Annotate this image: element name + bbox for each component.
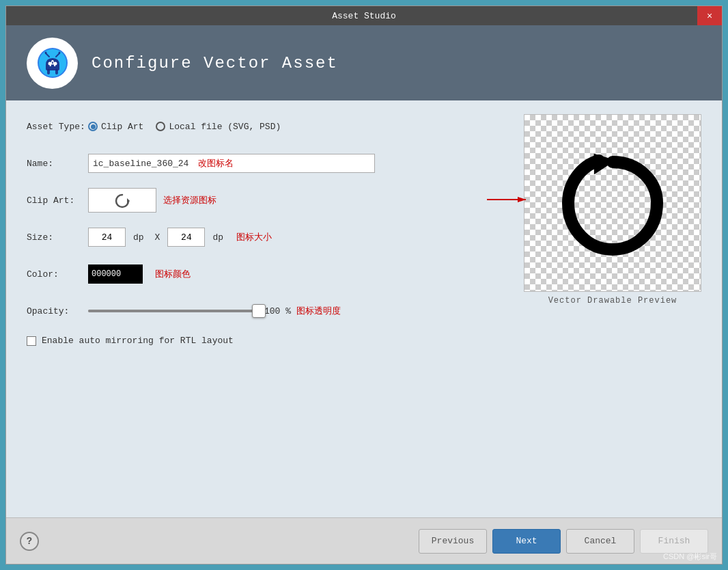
size-height-input[interactable]: 24 [167, 228, 205, 247]
asset-type-row: Asset Type: Clip Art Local file (SVG, PS… [27, 114, 510, 139]
name-input-wrapper[interactable]: ic_baseline_360_24 改图标名 [88, 154, 375, 173]
content-area: Asset Type: Clip Art Local file (SVG, PS… [6, 100, 722, 517]
color-row: Color: 000000 图标颜色 [27, 262, 510, 286]
footer-right: Previous Next Cancel Finish [419, 529, 708, 554]
radio-local-file[interactable]: Local file (SVG, PSD) [156, 122, 281, 132]
footer-left: ? [20, 532, 39, 551]
app-logo: A [27, 38, 78, 89]
radio-clip-art-label: Clip Art [101, 122, 143, 132]
close-button[interactable]: × [697, 6, 722, 25]
color-annotation: 图标颜色 [155, 268, 191, 280]
size-label: Size: [27, 232, 88, 243]
page-title: Configure Vector Asset [92, 54, 338, 72]
svg-text:A: A [49, 58, 56, 68]
opacity-slider-wrapper: 100 % 图标透明度 [88, 305, 341, 317]
radio-local-file-circle [156, 122, 165, 131]
svg-point-8 [44, 52, 46, 54]
radio-clip-art[interactable]: Clip Art [88, 122, 143, 132]
clip-art-icon [112, 191, 132, 210]
footer: ? Previous Next Cancel Finish [6, 517, 722, 564]
preview-box [524, 114, 701, 292]
previous-button[interactable]: Previous [419, 529, 487, 554]
arrow-icon [484, 189, 531, 210]
form-area: Asset Type: Clip Art Local file (SVG, PS… [27, 114, 701, 504]
name-label: Name: [27, 159, 88, 169]
size-x-separator: X [155, 232, 160, 243]
opacity-value: 100 % [264, 306, 291, 316]
name-input-value: ic_baseline_360_24 [93, 159, 188, 169]
android-studio-icon: A [36, 46, 70, 80]
size-height-value: 24 [181, 232, 192, 243]
size-width-value: 24 [102, 232, 113, 243]
rtl-checkbox[interactable] [27, 336, 36, 346]
radio-local-file-label: Local file (SVG, PSD) [169, 122, 281, 132]
opacity-slider[interactable] [88, 310, 259, 312]
header: A Configure Vector Asset [6, 25, 722, 100]
next-button[interactable]: Next [492, 529, 561, 554]
color-swatch[interactable]: 000000 [88, 264, 143, 284]
name-row: Name: ic_baseline_360_24 改图标名 [27, 151, 510, 176]
cancel-button[interactable]: Cancel [566, 529, 634, 554]
opacity-row: Opacity: 100 % 图标透明度 [27, 299, 510, 323]
finish-button[interactable]: Finish [640, 529, 708, 554]
rtl-checkbox-label: Enable auto mirroring for RTL layout [42, 336, 234, 346]
checkbox-row: Enable auto mirroring for RTL layout [27, 336, 510, 346]
arrow-annotation [484, 189, 531, 213]
opacity-label: Opacity: [27, 306, 88, 316]
clip-art-row: Clip Art: 选择资源图标 [27, 188, 510, 213]
opacity-thumb[interactable] [252, 304, 266, 318]
main-window: Asset Studio × A [5, 5, 723, 565]
color-label: Color: [27, 269, 88, 280]
opacity-annotation: 图标透明度 [296, 305, 341, 317]
size-row: Size: 24 dp X 24 dp 图标大小 [27, 225, 510, 249]
clip-art-annotation: 选择资源图标 [163, 194, 216, 206]
preview-icon [558, 148, 667, 258]
svg-rect-3 [55, 69, 58, 74]
help-button[interactable]: ? [20, 532, 39, 551]
radio-clip-art-circle [88, 122, 98, 131]
size-width-unit: dp [133, 232, 144, 243]
svg-point-9 [58, 52, 60, 54]
size-annotation: 图标大小 [236, 231, 272, 243]
window-title: Asset Studio [332, 11, 396, 21]
size-width-input[interactable]: 24 [88, 228, 126, 247]
watermark: CSDN @彬sir哥 [663, 552, 717, 562]
color-value: 000000 [92, 269, 121, 279]
svg-rect-2 [47, 69, 50, 74]
size-height-unit: dp [212, 232, 223, 243]
title-bar: Asset Studio × [6, 6, 722, 25]
asset-type-label: Asset Type: [27, 122, 88, 132]
form-left: Asset Type: Clip Art Local file (SVG, PS… [27, 114, 510, 504]
clip-art-label: Clip Art: [27, 195, 88, 206]
opacity-track-fill [88, 310, 259, 312]
preview-label: Vector Drawable Preview [548, 296, 677, 306]
preview-area: Vector Drawable Preview [524, 114, 701, 504]
asset-type-radio-group: Clip Art Local file (SVG, PSD) [88, 122, 281, 132]
name-annotation: 改图标名 [198, 157, 234, 169]
clip-art-button[interactable] [88, 188, 156, 213]
